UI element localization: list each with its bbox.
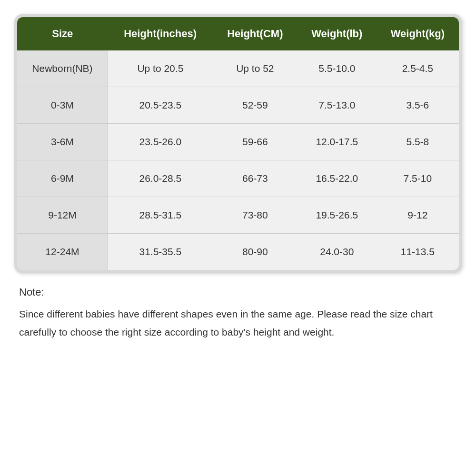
page-container: Size Height(inches) Height(CM) Weight(lb… bbox=[14, 14, 462, 341]
col-weight-kg: Weight(kg) bbox=[377, 17, 459, 50]
height-in-cell: 20.5-23.5 bbox=[108, 87, 212, 124]
header-row: Size Height(inches) Height(CM) Weight(lb… bbox=[17, 17, 459, 50]
size-table: Size Height(inches) Height(CM) Weight(lb… bbox=[17, 17, 459, 270]
weight-kg-cell: 5.5-8 bbox=[377, 124, 459, 160]
col-height-in: Height(inches) bbox=[108, 17, 212, 50]
table-row: 6-9M26.0-28.566-7316.5-22.07.5-10 bbox=[17, 160, 459, 197]
table-row: 12-24M31.5-35.580-9024.0-3011-13.5 bbox=[17, 234, 459, 270]
height-in-cell: 26.0-28.5 bbox=[108, 160, 212, 197]
height-cm-cell: 66-73 bbox=[213, 160, 298, 197]
height-cm-cell: 80-90 bbox=[213, 234, 298, 270]
weight-kg-cell: 7.5-10 bbox=[377, 160, 459, 197]
note-title: Note: bbox=[19, 286, 457, 298]
weight-lb-cell: 7.5-13.0 bbox=[298, 87, 377, 124]
size-cell: 6-9M bbox=[17, 160, 108, 197]
size-cell: 3-6M bbox=[17, 124, 108, 160]
table-row: 3-6M23.5-26.059-6612.0-17.55.5-8 bbox=[17, 124, 459, 160]
size-cell: 9-12M bbox=[17, 197, 108, 234]
weight-lb-cell: 12.0-17.5 bbox=[298, 124, 377, 160]
height-cm-cell: 59-66 bbox=[213, 124, 298, 160]
table-row: Newborn(NB)Up to 20.5Up to 525.5-10.02.5… bbox=[17, 50, 459, 87]
note-text: Since different babies have different sh… bbox=[19, 305, 457, 341]
col-size: Size bbox=[17, 17, 108, 50]
height-in-cell: Up to 20.5 bbox=[108, 50, 212, 87]
height-cm-cell: 73-80 bbox=[213, 197, 298, 234]
size-cell: 12-24M bbox=[17, 234, 108, 270]
note-section: Note: Since different babies have differ… bbox=[14, 286, 462, 341]
weight-kg-cell: 3.5-6 bbox=[377, 87, 459, 124]
size-cell: Newborn(NB) bbox=[17, 50, 108, 87]
height-cm-cell: Up to 52 bbox=[213, 50, 298, 87]
height-in-cell: 28.5-31.5 bbox=[108, 197, 212, 234]
height-cm-cell: 52-59 bbox=[213, 87, 298, 124]
height-in-cell: 31.5-35.5 bbox=[108, 234, 212, 270]
weight-kg-cell: 9-12 bbox=[377, 197, 459, 234]
weight-kg-cell: 2.5-4.5 bbox=[377, 50, 459, 87]
weight-lb-cell: 24.0-30 bbox=[298, 234, 377, 270]
weight-lb-cell: 16.5-22.0 bbox=[298, 160, 377, 197]
weight-kg-cell: 11-13.5 bbox=[377, 234, 459, 270]
weight-lb-cell: 5.5-10.0 bbox=[298, 50, 377, 87]
height-in-cell: 23.5-26.0 bbox=[108, 124, 212, 160]
table-row: 9-12M28.5-31.573-8019.5-26.59-12 bbox=[17, 197, 459, 234]
col-weight-lb: Weight(lb) bbox=[298, 17, 377, 50]
table-row: 0-3M20.5-23.552-597.5-13.03.5-6 bbox=[17, 87, 459, 124]
weight-lb-cell: 19.5-26.5 bbox=[298, 197, 377, 234]
col-height-cm: Height(CM) bbox=[213, 17, 298, 50]
table-wrapper: Size Height(inches) Height(CM) Weight(lb… bbox=[14, 14, 462, 273]
size-cell: 0-3M bbox=[17, 87, 108, 124]
